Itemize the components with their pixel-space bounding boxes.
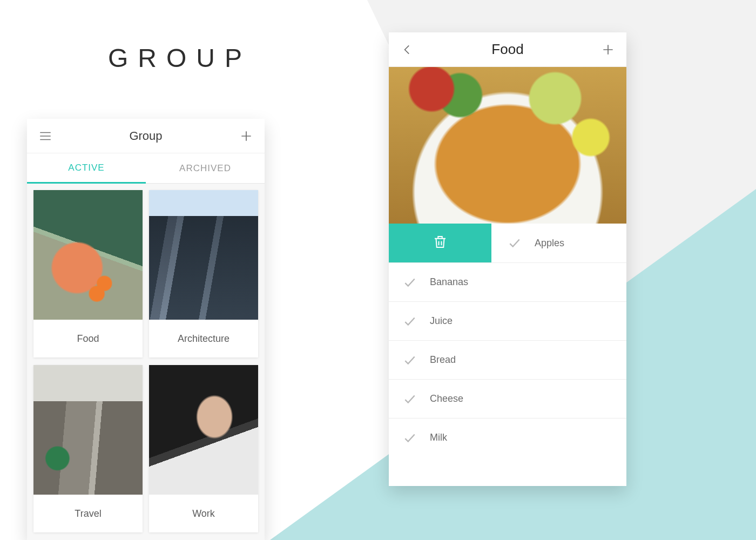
delete-button[interactable] <box>389 224 491 262</box>
item-label: Bananas <box>430 276 468 288</box>
check-icon[interactable] <box>403 431 417 445</box>
card-thumb <box>33 190 143 320</box>
list-item[interactable]: Bananas <box>389 262 626 301</box>
card-label: Work <box>149 495 258 532</box>
navbar-title: Food <box>491 41 523 58</box>
group-grid: Food Architecture Travel Work <box>27 184 265 540</box>
menu-icon[interactable] <box>38 129 53 144</box>
navbar-title: Group <box>129 129 162 143</box>
check-icon[interactable] <box>403 392 417 406</box>
card-architecture[interactable]: Architecture <box>149 190 258 357</box>
card-thumb <box>149 190 258 320</box>
card-thumb <box>149 365 258 495</box>
back-icon[interactable] <box>400 42 415 57</box>
list-item[interactable]: Milk <box>389 418 626 457</box>
item-label: Apples <box>535 238 564 249</box>
phone-food-screen: Food Apples Bananas Juice <box>389 32 626 486</box>
add-icon[interactable] <box>600 42 616 57</box>
card-thumb <box>33 365 143 495</box>
item-label: Milk <box>430 432 447 443</box>
add-icon[interactable] <box>239 129 254 144</box>
check-icon[interactable] <box>403 353 417 367</box>
item-label: Bread <box>430 354 456 366</box>
card-work[interactable]: Work <box>149 365 258 532</box>
check-icon[interactable] <box>508 236 522 250</box>
hero-image <box>389 67 626 224</box>
list-item[interactable]: Cheese <box>389 379 626 418</box>
list-item[interactable]: Juice <box>389 301 626 340</box>
card-label: Food <box>33 320 143 357</box>
card-label: Travel <box>33 495 143 532</box>
check-icon[interactable] <box>403 275 417 289</box>
card-label: Architecture <box>149 320 258 357</box>
page-title: GROUP <box>108 43 252 73</box>
check-icon[interactable] <box>403 314 417 328</box>
phone-group-screen: Group ACTIVE ARCHIVED Food Architecture … <box>27 119 265 540</box>
list-item[interactable]: Apples <box>389 224 626 262</box>
list-item[interactable]: Bread <box>389 340 626 379</box>
tab-active[interactable]: ACTIVE <box>27 153 146 184</box>
card-food[interactable]: Food <box>33 190 143 357</box>
trash-icon <box>432 234 448 253</box>
tab-archived[interactable]: ARCHIVED <box>146 153 265 184</box>
food-list: Apples Bananas Juice Bread Cheese Milk <box>389 224 626 486</box>
tabs: ACTIVE ARCHIVED <box>27 153 265 184</box>
navbar: Group <box>27 119 265 153</box>
navbar: Food <box>389 32 626 67</box>
item-label: Juice <box>430 315 453 327</box>
item-label: Cheese <box>430 393 463 404</box>
card-travel[interactable]: Travel <box>33 365 143 532</box>
